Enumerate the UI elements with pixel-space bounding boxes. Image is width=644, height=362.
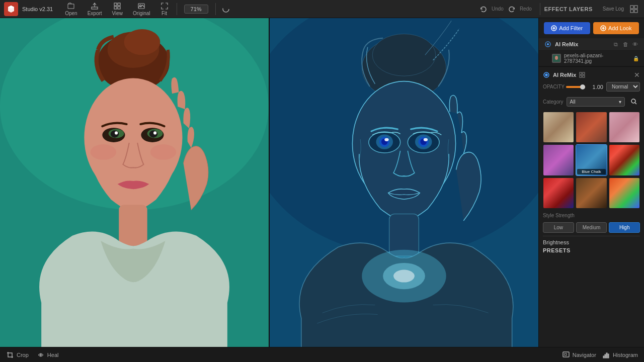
add-look-button[interactable]: Add Look xyxy=(593,22,639,34)
panel-header: Add Filter Add Look xyxy=(539,18,644,38)
style-thumb-5[interactable]: Blue Chalk xyxy=(576,144,607,175)
style-grid: Blue Chalk xyxy=(543,112,640,209)
svg-rect-10 xyxy=(630,10,633,13)
ai-remix-header: AI ReMix ✕ xyxy=(543,71,640,79)
presets-row: PRESETS xyxy=(543,245,640,253)
heal-tool[interactable]: Heal xyxy=(37,351,59,359)
canvas-area xyxy=(0,18,538,347)
svg-rect-3 xyxy=(114,7,117,9)
right-panel: Add Filter Add Look AI ReMix ⧉ � xyxy=(538,18,644,347)
original-photo xyxy=(0,18,269,347)
svg-point-16 xyxy=(124,29,160,55)
undo-label: Undo xyxy=(492,6,504,12)
category-row: Category All ▾ xyxy=(543,96,640,108)
export-button[interactable]: Export xyxy=(84,1,106,17)
original-button[interactable]: Original xyxy=(129,1,154,17)
style-thumb-label: Blue Chalk xyxy=(577,169,605,174)
svg-point-54 xyxy=(545,74,547,76)
presets-label: PRESETS xyxy=(543,247,571,253)
svg-point-59 xyxy=(631,99,635,103)
redo-button[interactable] xyxy=(506,3,518,15)
app-title: Studio v2.31 xyxy=(22,6,53,12)
app-logo xyxy=(4,2,18,16)
svg-rect-65 xyxy=(608,354,609,358)
svg-point-26 xyxy=(153,131,156,134)
svg-rect-56 xyxy=(583,72,585,74)
style-strength-high[interactable]: High xyxy=(609,222,640,233)
grid-icon[interactable] xyxy=(628,3,640,15)
opacity-row: OPACITY 1.00 Normal xyxy=(543,82,640,92)
undo-redo-group: Undo Redo xyxy=(477,3,532,15)
svg-point-27 xyxy=(91,144,116,160)
sublayer-thumb xyxy=(552,54,561,63)
style-thumb-9[interactable] xyxy=(609,177,640,209)
status-bar: Crop Heal Navigator Histogram xyxy=(0,347,644,362)
opacity-slider[interactable] xyxy=(566,86,585,88)
style-strength-medium[interactable]: Medium xyxy=(576,222,607,233)
style-strength-label: Style Strength xyxy=(543,213,575,218)
sublayer-name: pexels-ali-pazani-2787341.jpg xyxy=(564,53,630,64)
layer-name: AI ReMix xyxy=(555,41,609,47)
separator-2 xyxy=(215,3,216,15)
category-label: Category xyxy=(543,99,564,105)
style-thumb-3[interactable] xyxy=(609,112,640,143)
svg-rect-1 xyxy=(114,3,117,6)
style-thumb-8[interactable] xyxy=(576,177,607,209)
svg-rect-8 xyxy=(630,6,633,9)
svg-rect-11 xyxy=(634,10,637,13)
svg-rect-58 xyxy=(583,75,585,77)
toolbar: Studio v2.31 Open Export View Original F… xyxy=(0,0,644,18)
svg-rect-63 xyxy=(605,354,606,358)
search-button[interactable] xyxy=(628,96,640,108)
svg-rect-60 xyxy=(563,352,569,357)
navigator-tool[interactable]: Navigator xyxy=(562,351,596,359)
svg-rect-62 xyxy=(603,356,604,358)
style-thumb-1[interactable] xyxy=(543,112,574,143)
svg-rect-4 xyxy=(118,7,120,9)
svg-point-23 xyxy=(111,130,119,137)
save-log-button[interactable]: Save Log xyxy=(603,6,624,12)
remix-photo xyxy=(270,18,538,347)
svg-rect-61 xyxy=(565,353,567,355)
style-strength-row: Style Strength xyxy=(543,213,640,218)
layer-duplicate-button[interactable]: ⧉ xyxy=(612,40,620,48)
remix-panel xyxy=(270,18,538,347)
redo-label: Redo xyxy=(520,6,532,12)
style-thumb-2[interactable] xyxy=(576,112,607,143)
layer-visibility-button[interactable]: 👁 xyxy=(631,40,639,48)
lock-icon: 🔒 xyxy=(633,56,639,61)
status-right: Navigator Histogram xyxy=(562,351,638,359)
blend-mode-select[interactable]: Normal xyxy=(606,82,640,92)
style-thumb-7[interactable] xyxy=(543,177,574,209)
effect-layers-label: EFFECT LAYERS xyxy=(544,6,593,12)
fit-button[interactable]: Fit xyxy=(156,1,173,17)
layer-actions: ⧉ 🗑 👁 xyxy=(612,40,639,48)
layer-item-ai-remix[interactable]: AI ReMix ⧉ 🗑 👁 xyxy=(539,38,644,51)
histogram-tool[interactable]: Histogram xyxy=(602,351,638,359)
brightness-row: Brightness xyxy=(543,236,640,245)
open-button[interactable]: Open xyxy=(61,1,81,17)
svg-point-25 xyxy=(115,131,118,134)
category-select[interactable]: All ▾ xyxy=(567,97,625,107)
process-indicator xyxy=(220,3,232,15)
svg-point-28 xyxy=(150,144,176,160)
style-thumb-6[interactable] xyxy=(609,144,640,175)
sublayer-item[interactable]: pexels-ali-pazani-2787341.jpg 🔒 xyxy=(539,51,644,66)
style-thumb-4[interactable] xyxy=(543,144,574,175)
crop-tool[interactable]: Crop xyxy=(6,351,29,359)
svg-rect-2 xyxy=(118,3,120,6)
close-button[interactable]: ✕ xyxy=(634,71,640,79)
undo-button[interactable] xyxy=(477,3,490,15)
original-panel xyxy=(0,18,270,347)
opacity-value: 1.00 xyxy=(588,84,603,90)
svg-rect-64 xyxy=(606,353,607,358)
svg-point-7 xyxy=(223,6,229,12)
layer-delete-button[interactable]: 🗑 xyxy=(621,40,629,48)
add-filter-button[interactable]: Add Filter xyxy=(544,22,590,34)
svg-point-52 xyxy=(555,56,558,60)
style-strength-low[interactable]: Low xyxy=(543,222,574,233)
svg-rect-55 xyxy=(580,72,582,74)
separator-3 xyxy=(540,3,540,15)
view-button[interactable]: View xyxy=(108,1,127,17)
separator-1 xyxy=(177,3,177,15)
